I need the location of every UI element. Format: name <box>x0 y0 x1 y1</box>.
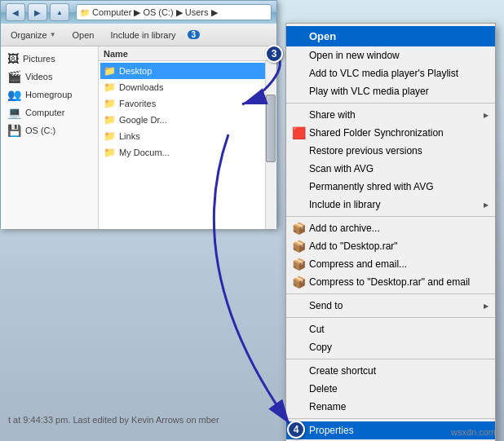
file-label-googledrive: Google Dr... <box>119 115 167 125</box>
file-item-downloads[interactable]: 📁 Downloads <box>100 79 275 95</box>
separator-3 <box>286 293 495 294</box>
menu-label-compress-desktop-rar-email: Compress to "Desktop.rar" and email <box>309 276 470 288</box>
include-library-button[interactable]: Include in library <box>105 29 180 42</box>
menu-label-shared-folder-sync: Shared Folder Synchronization <box>309 127 444 139</box>
menu-item-delete[interactable]: Delete <box>286 380 495 398</box>
menu-item-add-archive[interactable]: 📦 Add to archive... <box>286 219 495 237</box>
organize-label: Organize <box>11 30 47 40</box>
organize-arrow: ▼ <box>50 31 56 38</box>
sidebar-label-osc: OS (C:) <box>25 126 55 135</box>
menu-label-copy: Copy <box>309 342 332 353</box>
watermark: wsxdn.com <box>451 427 496 437</box>
menu-label-compress-email: Compress and email... <box>309 258 407 270</box>
menu-label-add-archive: Add to archive... <box>309 223 380 234</box>
vertical-scrollbar[interactable] <box>265 61 276 229</box>
open-label: Open <box>73 30 95 40</box>
menu-item-rename[interactable]: Rename <box>286 398 495 416</box>
menu-item-compress-email[interactable]: 📦 Compress and email... <box>286 255 495 273</box>
column-name: Name <box>104 49 128 59</box>
sidebar: 🖼 Pictures 🎬 Videos 👥 Homegroup 💻 Comput… <box>1 46 99 229</box>
menu-item-open[interactable]: Open <box>286 26 495 46</box>
file-list: 📁 Desktop 📁 Downloads 📁 Favorites 📁 Goog… <box>99 61 276 162</box>
computer-icon: 💻 <box>7 106 21 119</box>
file-item-mydocuments[interactable]: 📁 My Docum... <box>100 144 275 161</box>
sidebar-item-videos[interactable]: 🎬 Videos <box>1 68 98 86</box>
sidebar-label-pictures: Pictures <box>23 54 55 64</box>
drive-icon: 💾 <box>7 124 21 137</box>
file-label-desktop: Desktop <box>119 66 152 76</box>
file-item-favorites[interactable]: 📁 Favorites <box>100 95 275 112</box>
compress-rar-email-icon: 📦 <box>291 276 306 289</box>
menu-item-send-to[interactable]: Send to <box>286 297 495 315</box>
menu-item-share-with[interactable]: Share with <box>286 106 495 124</box>
folder-icon-mydocs: 📁 <box>104 147 116 158</box>
file-item-links[interactable]: 📁 Links <box>100 128 275 144</box>
sidebar-item-pictures[interactable]: 🖼 Pictures <box>1 50 98 68</box>
menu-item-vlc-play[interactable]: Play with VLC media player <box>286 82 495 100</box>
toolbar-badge: 3 <box>188 30 201 39</box>
menu-label-restore-previous: Restore previous versions <box>309 145 422 157</box>
file-item-googledrive[interactable]: 📁 Google Dr... <box>100 112 275 128</box>
folder-icon-links: 📁 <box>104 130 116 142</box>
scrollbar-thumb[interactable] <box>266 95 276 161</box>
menu-item-restore-previous[interactable]: Restore previous versions <box>286 142 495 160</box>
organize-button[interactable]: Organize ▼ <box>6 29 61 42</box>
menu-label-create-shortcut: Create shortcut <box>309 365 376 377</box>
videos-icon: 🎬 <box>7 70 21 83</box>
compress-email-icon: 📦 <box>291 258 306 271</box>
archive-icon: 📦 <box>291 222 306 235</box>
up-button[interactable]: ▲ <box>50 3 69 21</box>
sidebar-item-osc[interactable]: 💾 OS (C:) <box>1 121 98 139</box>
rar-icon: 📦 <box>291 240 306 253</box>
menu-label-rename: Rename <box>309 401 346 412</box>
menu-item-scan-avg[interactable]: Scan with AVG <box>286 160 495 178</box>
folder-icon-downloads: 📁 <box>104 82 116 93</box>
menu-item-cut[interactable]: Cut <box>286 320 495 338</box>
menu-item-shred-avg[interactable]: Permanently shred with AVG <box>286 178 495 196</box>
toolbar: Organize ▼ Open Include in library 3 <box>1 24 276 46</box>
menu-item-compress-desktop-rar-email[interactable]: 📦 Compress to "Desktop.rar" and email <box>286 273 495 291</box>
menu-label-properties: Properties <box>309 425 354 436</box>
explorer-window: ◀ ▶ ▲ 📁 Computer ▶ OS (C:) ▶ Users ▶ Org… <box>0 0 277 228</box>
main-pane: Name 📁 Desktop 📁 Downloads 📁 Favorites 📁 <box>99 46 276 229</box>
footer-content: t at 9:44:33 pm. Last edited by Kevin Ar… <box>8 415 219 425</box>
back-button[interactable]: ◀ <box>6 3 25 21</box>
file-item-desktop[interactable]: 📁 Desktop <box>100 63 275 79</box>
sidebar-item-computer[interactable]: 💻 Computer <box>1 104 98 121</box>
title-bar: ◀ ▶ ▲ 📁 Computer ▶ OS (C:) ▶ Users ▶ <box>1 1 276 24</box>
sidebar-label-homegroup: Homegroup <box>25 90 72 99</box>
menu-label-open-new-window: Open in new window <box>309 50 400 61</box>
address-bar[interactable]: 📁 Computer ▶ OS (C:) ▶ Users ▶ <box>76 4 272 20</box>
homegroup-icon: 👥 <box>7 88 21 101</box>
folder-icon-googledrive: 📁 <box>104 114 116 126</box>
separator-4 <box>286 317 495 318</box>
menu-item-include-library[interactable]: Include in library <box>286 196 495 214</box>
menu-item-vlc-playlist[interactable]: Add to VLC media player's Playlist <box>286 64 495 82</box>
sidebar-label-computer: Computer <box>25 108 64 117</box>
separator-6 <box>286 418 495 419</box>
open-button[interactable]: Open <box>68 29 99 42</box>
separator-5 <box>286 359 495 359</box>
badge-4: 4 <box>287 421 305 439</box>
file-label-mydocs: My Docum... <box>119 148 170 157</box>
menu-label-shred-avg: Permanently shred with AVG <box>309 181 434 192</box>
menu-label-open: Open <box>309 30 336 42</box>
menu-item-create-shortcut[interactable]: Create shortcut <box>286 362 495 380</box>
footer-text: t at 9:44:33 pm. Last edited by Kevin Ar… <box>8 415 285 425</box>
menu-label-delete: Delete <box>309 383 338 395</box>
file-label-links: Links <box>119 131 140 141</box>
folder-icon: 📁 <box>80 8 90 17</box>
explorer-body: 🖼 Pictures 🎬 Videos 👥 Homegroup 💻 Comput… <box>1 46 276 229</box>
pictures-icon: 🖼 <box>7 52 19 65</box>
sidebar-item-homegroup[interactable]: 👥 Homegroup <box>1 86 98 104</box>
sidebar-label-videos: Videos <box>25 72 52 82</box>
menu-item-add-desktop-rar[interactable]: 📦 Add to "Desktop.rar" <box>286 237 495 255</box>
file-label-downloads: Downloads <box>119 82 163 92</box>
forward-button[interactable]: ▶ <box>28 3 47 21</box>
menu-item-open-new-window[interactable]: Open in new window <box>286 46 495 64</box>
address-text: Computer ▶ OS (C:) ▶ Users ▶ <box>92 7 218 18</box>
menu-item-copy[interactable]: Copy <box>286 338 495 356</box>
menu-label-scan-avg: Scan with AVG <box>309 163 374 174</box>
menu-item-shared-folder-sync[interactable]: 🟥 Shared Folder Synchronization <box>286 124 495 142</box>
separator-1 <box>286 103 495 104</box>
